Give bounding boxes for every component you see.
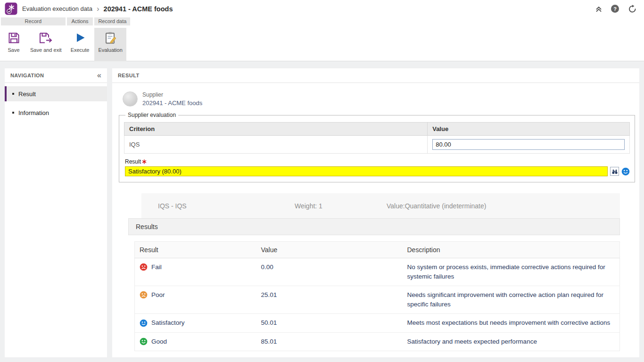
criterion-name: IQS xyxy=(124,136,428,154)
results-header-value: Value xyxy=(256,242,403,258)
navigation-sidebar: NAVIGATION « Result Information xyxy=(5,68,107,357)
top-bar: Evaluation execution data › 202941 - ACM… xyxy=(0,0,644,17)
sidebar-title: NAVIGATION xyxy=(10,73,44,78)
bullet-icon xyxy=(12,93,14,95)
value-column-header: Value xyxy=(428,123,630,136)
result-description: Satisfactory and meets expected performa… xyxy=(403,332,620,351)
results-header-description: Description xyxy=(403,242,620,258)
results-section-header[interactable]: Results xyxy=(128,218,620,235)
result-panel-body: Supplier 202941 - ACME foods Supplier ev… xyxy=(112,83,639,357)
result-description: Needs significant improvement with corre… xyxy=(403,286,620,314)
result-smiley-icon xyxy=(621,167,630,176)
supplier-avatar xyxy=(123,91,138,107)
page-content: NAVIGATION « Result Information RESULT S… xyxy=(0,61,644,362)
save-and-exit-button-label: Save and exit xyxy=(30,47,62,53)
result-value-input[interactable] xyxy=(125,166,608,176)
result-panel-header: RESULT xyxy=(112,68,639,83)
result-description: Meets most expectations but needs improv… xyxy=(403,314,620,333)
good-face-icon xyxy=(140,337,148,346)
criterion-table: Criterion Value IQS xyxy=(124,122,630,154)
app-logo-icon xyxy=(5,2,17,15)
table-row: Fail 0.00 No system or process exists, i… xyxy=(135,258,620,286)
evaluation-button-label: Evaluation xyxy=(98,47,122,53)
breadcrumb-separator: › xyxy=(97,5,99,13)
evaluation-clipboard-icon xyxy=(105,31,116,45)
result-name: Poor xyxy=(151,290,165,300)
sidebar-item-label: Result xyxy=(18,90,36,98)
save-and-exit-icon xyxy=(39,31,53,45)
supplier-evaluation-legend: Supplier evaluation xyxy=(125,112,178,118)
execute-button-label: Execute xyxy=(71,47,90,53)
ribbon-group-record: Record Save xyxy=(1,17,66,61)
results-header-result: Result xyxy=(135,242,256,258)
ribbon-group-actions: Actions Execute xyxy=(67,17,93,61)
results-table-header-row: Result Value Description xyxy=(135,242,620,258)
result-value: 25.01 xyxy=(256,286,403,314)
result-name: Fail xyxy=(151,263,162,272)
result-field-label: Result xyxy=(125,158,141,165)
save-icon xyxy=(8,31,20,45)
ribbon-group-actions-label: Actions xyxy=(67,17,93,25)
poor-face-icon xyxy=(140,291,148,299)
ribbon-group-record-data-label: Record data xyxy=(94,17,130,25)
sidebar-item-result[interactable]: Result xyxy=(5,86,107,101)
supplier-block: Supplier 202941 - ACME foods xyxy=(123,91,639,107)
supplier-value: 202941 - ACME foods xyxy=(142,99,202,107)
breadcrumb: Evaluation execution data › 202941 - ACM… xyxy=(22,5,173,13)
refresh-icon[interactable] xyxy=(628,5,636,13)
save-button-label: Save xyxy=(8,47,19,53)
breadcrumb-root-link[interactable]: Evaluation execution data xyxy=(22,5,92,12)
evaluation-button[interactable]: Evaluation xyxy=(94,28,126,61)
result-name: Good xyxy=(151,337,167,346)
collapse-sidebar-icon[interactable]: « xyxy=(97,72,101,79)
fail-face-icon xyxy=(140,263,148,271)
supplier-evaluation-fieldset: Supplier evaluation Criterion Value IQS xyxy=(119,112,635,182)
criterion-summary-weight: Weight: 1 xyxy=(295,202,387,210)
ribbon-group-record-label: Record xyxy=(1,17,66,25)
result-description: No system or process exists, immediate c… xyxy=(403,258,620,286)
collapse-ribbon-icon[interactable] xyxy=(595,6,602,12)
table-row: Good 85.01 Satisfactory and meets expect… xyxy=(135,332,620,351)
result-field-label-row: Result xyxy=(125,158,630,165)
supplier-label: Supplier xyxy=(142,91,202,98)
results-table: Result Value Description xyxy=(134,241,620,351)
save-button[interactable]: Save xyxy=(1,28,26,61)
result-value: 85.01 xyxy=(256,332,403,351)
ribbon-toolbar: Record Save xyxy=(0,17,644,61)
table-row: Satisfactory 50.01 Meets most expectatio… xyxy=(135,314,620,333)
sidebar-header: NAVIGATION « xyxy=(5,68,107,83)
lookup-binoculars-button[interactable] xyxy=(610,167,619,176)
breadcrumb-current: 202941 - ACME foods xyxy=(104,5,173,13)
sidebar-item-label: Information xyxy=(18,109,49,116)
criterion-summary-name: IQS - IQS xyxy=(158,202,295,210)
criterion-value-input[interactable] xyxy=(432,139,625,150)
bullet-icon xyxy=(12,112,14,114)
criterion-column-header: Criterion xyxy=(124,123,428,136)
result-section-title: RESULT xyxy=(118,73,140,78)
ribbon-group-record-data: Record data Evaluation xyxy=(94,17,130,61)
result-value: 50.01 xyxy=(256,314,403,333)
result-value: 0.00 xyxy=(256,258,403,286)
result-name: Satisfactory xyxy=(151,318,185,328)
criterion-summary-strip: IQS - IQS Weight: 1 Value:Quantitative (… xyxy=(141,193,620,218)
result-panel: RESULT Supplier 202941 - ACME foods Supp… xyxy=(112,68,639,357)
save-and-exit-button[interactable]: Save and exit xyxy=(26,28,66,61)
results-section-title: Results xyxy=(136,223,158,230)
criterion-summary-value-type: Value:Quantitative (indeterminate) xyxy=(387,202,620,210)
criterion-row: IQS xyxy=(124,136,630,154)
satisfactory-face-icon xyxy=(140,319,148,327)
sidebar-item-information[interactable]: Information xyxy=(5,105,107,120)
table-row: Poor 25.01 Needs significant improvement… xyxy=(135,286,620,314)
sidebar-nav-list: Result Information xyxy=(5,83,107,124)
execute-play-icon xyxy=(74,31,86,45)
help-icon[interactable]: ? xyxy=(611,5,619,13)
execute-button[interactable]: Execute xyxy=(67,28,93,61)
required-icon xyxy=(142,158,147,165)
result-field-row xyxy=(125,166,630,176)
